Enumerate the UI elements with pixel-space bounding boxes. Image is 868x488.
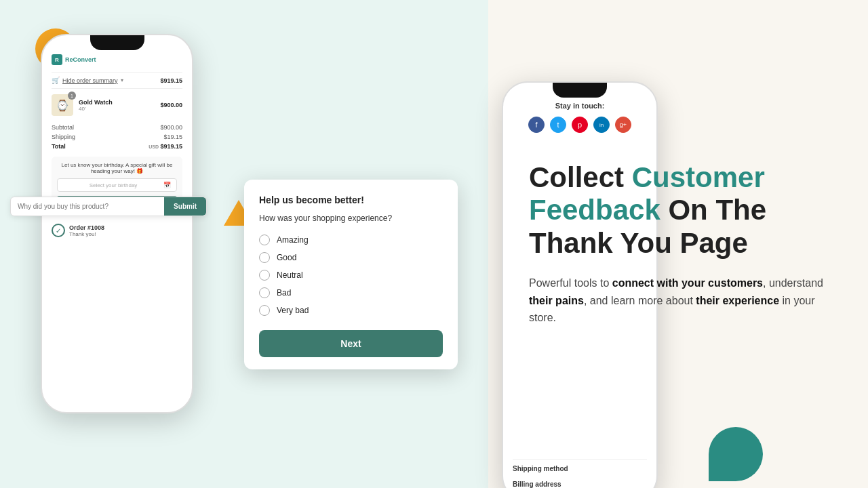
product-price: $900.00 xyxy=(160,102,182,108)
option-label: Bad xyxy=(277,288,291,298)
right-text-panel: Collect Customer Feedback On The Thank Y… xyxy=(502,0,868,488)
product-badge: 1 xyxy=(68,92,76,100)
survey-input-bar: Submit xyxy=(10,197,207,216)
total-amount: $919.15 xyxy=(160,143,182,150)
shipping-label: Shipping xyxy=(52,134,75,140)
product-name: Gold Watch xyxy=(79,99,155,106)
subtext-bold3: their experience xyxy=(696,295,779,306)
product-size: 40' xyxy=(79,106,155,112)
chevron-icon: ▾ xyxy=(121,77,123,83)
order-complete-info: Order #1008 Thank you! xyxy=(69,224,104,237)
total-row: Total USD $919.15 xyxy=(52,142,182,151)
thank-you-text: Thank you! xyxy=(69,231,104,237)
phone-notch-left xyxy=(90,35,144,50)
survey-question: How was your shopping experience? xyxy=(259,214,443,223)
reconvert-logo: R ReConvert xyxy=(52,54,182,65)
check-circle-icon: ✓ xyxy=(52,224,65,237)
logo-icon: R xyxy=(52,54,62,65)
logo-text: ReConvert xyxy=(65,56,96,63)
order-summary-bar: 🛒 Hide order summary ▾ $919.15 xyxy=(52,72,182,89)
subtotal-label: Subtotal xyxy=(52,124,74,131)
birthday-placeholder: Select your birthday xyxy=(63,182,163,188)
radio-circle xyxy=(259,252,270,263)
option-label: Amazing xyxy=(277,235,309,245)
radio-circle xyxy=(259,270,270,281)
headline: Collect Customer Feedback On The Thank Y… xyxy=(529,161,827,260)
cart-icon: 🛒 xyxy=(52,77,60,84)
subtext-bold1: connect with your customers xyxy=(612,277,763,289)
survey-title: Help us become better! xyxy=(259,195,443,205)
order-totals: Subtotal $900.00 Shipping $19.15 Total U… xyxy=(52,123,182,151)
option-label: Very bad xyxy=(277,306,309,315)
radio-circle xyxy=(259,305,270,316)
subtotal-row: Subtotal $900.00 xyxy=(52,123,182,132)
subtext: Powerful tools to connect with your cust… xyxy=(529,274,827,327)
product-image: ⌚ 1 xyxy=(52,94,73,116)
total-value: USD $919.15 xyxy=(149,143,182,150)
birthday-text: Let us know your birthday. A special gif… xyxy=(57,162,177,174)
order-summary-label[interactable]: Hide order summary xyxy=(62,77,118,84)
headline-accent1: Customer xyxy=(632,161,765,193)
headline-part3: On The xyxy=(668,194,766,226)
total-currency: USD xyxy=(149,144,159,149)
subtext-bold2: their pains xyxy=(529,295,584,306)
product-info: Gold Watch 40' xyxy=(79,99,155,112)
survey-option-item[interactable]: Good xyxy=(259,249,443,266)
shipping-value: $19.15 xyxy=(163,134,182,140)
survey-option-item[interactable]: Bad xyxy=(259,284,443,302)
survey-option-item[interactable]: Very bad xyxy=(259,302,443,319)
next-button[interactable]: Next xyxy=(259,330,443,357)
option-label: Neutral xyxy=(277,270,303,280)
subtotal-value: $900.00 xyxy=(160,124,182,131)
survey-text-input[interactable] xyxy=(11,197,164,216)
headline-part1: Collect xyxy=(529,161,632,193)
order-summary-left: 🛒 Hide order summary ▾ xyxy=(52,77,123,84)
birthday-input-row: Select your birthday 📅 xyxy=(57,178,177,192)
shipping-row: Shipping $19.15 xyxy=(52,132,182,142)
order-complete: ✓ Order #1008 Thank you! xyxy=(52,218,182,237)
radio-circle xyxy=(259,287,270,298)
option-label: Good xyxy=(277,253,296,262)
right-text-content: Collect Customer Feedback On The Thank Y… xyxy=(529,161,827,327)
radio-circle xyxy=(259,235,270,245)
survey-input-area: Submit xyxy=(10,197,207,216)
total-label: Total xyxy=(52,143,66,150)
survey-modal: Help us become better! How was your shop… xyxy=(244,180,458,369)
headline-feedback: Feedback xyxy=(529,194,668,226)
survey-options: AmazingGoodNeutralBadVery bad xyxy=(259,231,443,319)
order-total-header: $919.15 xyxy=(160,77,182,84)
product-row: ⌚ 1 Gold Watch 40' $900.00 xyxy=(52,94,182,116)
calendar-icon: 📅 xyxy=(163,182,171,188)
survey-submit-button[interactable]: Submit xyxy=(164,197,206,216)
survey-option-item[interactable]: Amazing xyxy=(259,231,443,249)
order-number: Order #1008 xyxy=(69,224,104,231)
phone-left: R ReConvert 🛒 Hide order summary ▾ $919.… xyxy=(41,34,193,413)
survey-option-item[interactable]: Neutral xyxy=(259,266,443,284)
headline-part4: Thank You Page xyxy=(529,227,748,259)
